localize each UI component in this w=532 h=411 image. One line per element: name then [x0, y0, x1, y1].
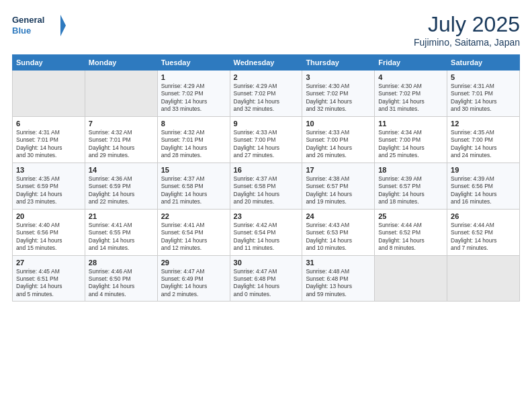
day-number: 9	[234, 120, 299, 128]
table-cell: 18Sunrise: 4:39 AMSunset: 6:57 PMDayligh…	[375, 163, 447, 209]
week-row-1: 1Sunrise: 4:29 AMSunset: 7:02 PMDaylight…	[13, 71, 520, 117]
title-block: July 2025 Fujimino, Saitama, Japan	[414, 12, 520, 48]
cell-info: Sunrise: 4:47 AMSunset: 6:48 PMDaylight:…	[234, 268, 299, 299]
header-tuesday: Tuesday	[157, 55, 230, 71]
cell-info: Sunrise: 4:30 AMSunset: 7:02 PMDaylight:…	[306, 83, 371, 113]
cell-info: Sunrise: 4:46 AMSunset: 6:50 PMDaylight:…	[89, 268, 154, 299]
cell-info: Sunrise: 4:32 AMSunset: 7:01 PMDaylight:…	[161, 129, 226, 160]
cell-info: Sunrise: 4:31 AMSunset: 7:01 PMDaylight:…	[451, 83, 516, 113]
table-cell: 22Sunrise: 4:41 AMSunset: 6:54 PMDayligh…	[157, 209, 230, 255]
cell-info: Sunrise: 4:39 AMSunset: 6:56 PMDaylight:…	[451, 175, 516, 206]
cell-info: Sunrise: 4:42 AMSunset: 6:54 PMDaylight:…	[234, 222, 299, 253]
cell-info: Sunrise: 4:41 AMSunset: 6:55 PMDaylight:…	[89, 222, 154, 253]
week-row-3: 13Sunrise: 4:35 AMSunset: 6:59 PMDayligh…	[13, 163, 520, 209]
day-number: 1	[161, 73, 226, 81]
day-number: 28	[89, 259, 154, 267]
calendar-table: SundayMondayTuesdayWednesdayThursdayFrid…	[12, 54, 520, 302]
header-friday: Friday	[375, 55, 447, 71]
table-cell: 29Sunrise: 4:47 AMSunset: 6:49 PMDayligh…	[157, 255, 230, 302]
cell-info: Sunrise: 4:45 AMSunset: 6:51 PMDaylight:…	[16, 268, 81, 299]
table-cell: 12Sunrise: 4:35 AMSunset: 7:00 PMDayligh…	[447, 116, 520, 163]
day-number: 6	[16, 120, 81, 128]
cell-info: Sunrise: 4:39 AMSunset: 6:57 PMDaylight:…	[378, 175, 443, 206]
header-thursday: Thursday	[302, 55, 375, 71]
day-number: 3	[306, 73, 371, 81]
cell-info: Sunrise: 4:44 AMSunset: 6:52 PMDaylight:…	[451, 222, 516, 253]
table-cell: 2Sunrise: 4:29 AMSunset: 7:02 PMDaylight…	[230, 71, 302, 117]
week-row-4: 20Sunrise: 4:40 AMSunset: 6:56 PMDayligh…	[13, 209, 520, 255]
day-number: 26	[451, 212, 516, 220]
cell-info: Sunrise: 4:32 AMSunset: 7:01 PMDaylight:…	[89, 129, 154, 160]
table-cell: 24Sunrise: 4:43 AMSunset: 6:53 PMDayligh…	[302, 209, 375, 255]
table-cell: 13Sunrise: 4:35 AMSunset: 6:59 PMDayligh…	[13, 163, 85, 209]
day-number: 25	[378, 212, 443, 220]
cell-info: Sunrise: 4:37 AMSunset: 6:58 PMDaylight:…	[234, 175, 299, 206]
table-cell	[375, 255, 447, 302]
day-number: 31	[306, 259, 371, 267]
table-cell: 28Sunrise: 4:46 AMSunset: 6:50 PMDayligh…	[85, 255, 157, 302]
day-number: 2	[234, 73, 299, 81]
logo: General Blue	[12, 12, 66, 40]
header-wednesday: Wednesday	[230, 55, 302, 71]
cell-info: Sunrise: 4:36 AMSunset: 6:59 PMDaylight:…	[89, 175, 154, 206]
cell-info: Sunrise: 4:35 AMSunset: 6:59 PMDaylight:…	[16, 175, 81, 206]
cell-info: Sunrise: 4:34 AMSunset: 7:00 PMDaylight:…	[378, 129, 443, 160]
day-number: 16	[234, 166, 299, 174]
header: General Blue July 2025 Fujimino, Saitama…	[12, 12, 520, 48]
svg-text:Blue: Blue	[12, 26, 31, 36]
cell-info: Sunrise: 4:29 AMSunset: 7:02 PMDaylight:…	[161, 83, 226, 113]
day-number: 4	[378, 73, 443, 81]
week-row-2: 6Sunrise: 4:31 AMSunset: 7:01 PMDaylight…	[13, 116, 520, 163]
day-number: 21	[89, 212, 154, 220]
table-cell	[447, 255, 520, 302]
day-number: 24	[306, 212, 371, 220]
table-cell: 14Sunrise: 4:36 AMSunset: 6:59 PMDayligh…	[85, 163, 157, 209]
day-number: 22	[161, 212, 226, 220]
day-number: 14	[89, 166, 154, 174]
table-cell: 30Sunrise: 4:47 AMSunset: 6:48 PMDayligh…	[230, 255, 302, 302]
day-number: 8	[161, 120, 226, 128]
day-number: 15	[161, 166, 226, 174]
cell-info: Sunrise: 4:41 AMSunset: 6:54 PMDaylight:…	[161, 222, 226, 253]
cell-info: Sunrise: 4:30 AMSunset: 7:02 PMDaylight:…	[378, 83, 443, 113]
table-cell: 6Sunrise: 4:31 AMSunset: 7:01 PMDaylight…	[13, 116, 85, 163]
cell-info: Sunrise: 4:40 AMSunset: 6:56 PMDaylight:…	[16, 222, 81, 253]
day-number: 20	[16, 212, 81, 220]
calendar-page: General Blue July 2025 Fujimino, Saitama…	[0, 0, 532, 411]
table-cell: 8Sunrise: 4:32 AMSunset: 7:01 PMDaylight…	[157, 116, 230, 163]
day-number: 5	[451, 73, 516, 81]
table-cell: 16Sunrise: 4:37 AMSunset: 6:58 PMDayligh…	[230, 163, 302, 209]
table-cell	[13, 71, 85, 117]
day-number: 18	[378, 166, 443, 174]
cell-info: Sunrise: 4:33 AMSunset: 7:00 PMDaylight:…	[234, 129, 299, 160]
cell-info: Sunrise: 4:33 AMSunset: 7:00 PMDaylight:…	[306, 129, 371, 160]
cell-info: Sunrise: 4:35 AMSunset: 7:00 PMDaylight:…	[451, 129, 516, 160]
cell-info: Sunrise: 4:31 AMSunset: 7:01 PMDaylight:…	[16, 129, 81, 160]
table-cell: 31Sunrise: 4:48 AMSunset: 6:48 PMDayligh…	[302, 255, 375, 302]
svg-marker-2	[60, 15, 66, 36]
day-number: 11	[378, 120, 443, 128]
table-cell: 1Sunrise: 4:29 AMSunset: 7:02 PMDaylight…	[157, 71, 230, 117]
table-cell: 27Sunrise: 4:45 AMSunset: 6:51 PMDayligh…	[13, 255, 85, 302]
table-cell: 25Sunrise: 4:44 AMSunset: 6:52 PMDayligh…	[375, 209, 447, 255]
day-number: 17	[306, 166, 371, 174]
table-cell: 10Sunrise: 4:33 AMSunset: 7:00 PMDayligh…	[302, 116, 375, 163]
day-number: 23	[234, 212, 299, 220]
week-row-5: 27Sunrise: 4:45 AMSunset: 6:51 PMDayligh…	[13, 255, 520, 302]
cell-info: Sunrise: 4:47 AMSunset: 6:49 PMDaylight:…	[161, 268, 226, 299]
header-sunday: Sunday	[13, 55, 85, 71]
day-number: 19	[451, 166, 516, 174]
header-monday: Monday	[85, 55, 157, 71]
table-cell: 15Sunrise: 4:37 AMSunset: 6:58 PMDayligh…	[157, 163, 230, 209]
cell-info: Sunrise: 4:29 AMSunset: 7:02 PMDaylight:…	[234, 83, 299, 113]
subtitle: Fujimino, Saitama, Japan	[414, 37, 520, 48]
logo-graphic: General Blue	[12, 12, 66, 40]
table-cell	[85, 71, 157, 117]
day-number: 12	[451, 120, 516, 128]
table-cell: 7Sunrise: 4:32 AMSunset: 7:01 PMDaylight…	[85, 116, 157, 163]
table-cell: 21Sunrise: 4:41 AMSunset: 6:55 PMDayligh…	[85, 209, 157, 255]
header-row: SundayMondayTuesdayWednesdayThursdayFrid…	[13, 55, 520, 71]
table-cell: 19Sunrise: 4:39 AMSunset: 6:56 PMDayligh…	[447, 163, 520, 209]
table-cell: 17Sunrise: 4:38 AMSunset: 6:57 PMDayligh…	[302, 163, 375, 209]
cell-info: Sunrise: 4:44 AMSunset: 6:52 PMDaylight:…	[378, 222, 443, 253]
